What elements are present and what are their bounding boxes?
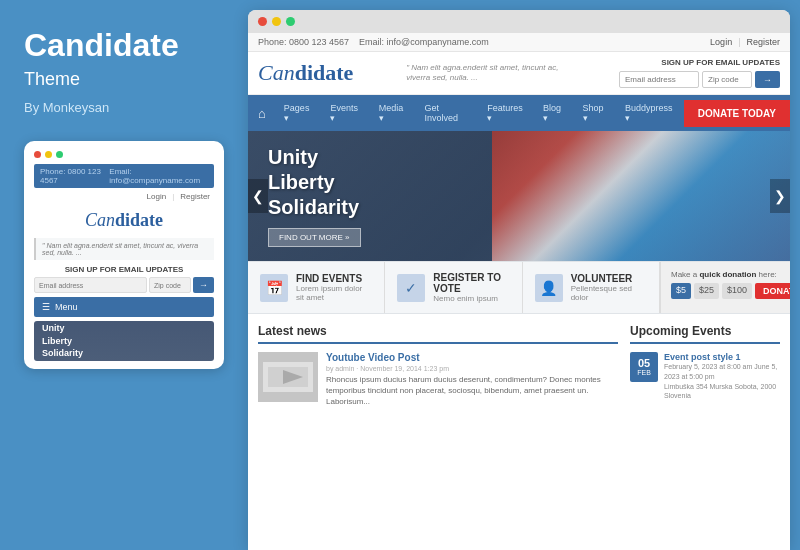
topbar-phone: Phone: 0800 123 4567 — [258, 37, 349, 47]
donate-today-button[interactable]: DONATE TODAY — [684, 100, 790, 127]
volunteer-icon: 👤 — [535, 274, 563, 302]
browser-toolbar — [248, 10, 790, 33]
site-logo: Candidate — [258, 60, 353, 86]
feature-register-vote[interactable]: ✓ REGISTER TO VOTE Nemo enim ipsum — [385, 262, 522, 313]
donate-widget: Make a quick donation here: $5 $25 $100 … — [660, 262, 790, 313]
nav-item-blog[interactable]: Blog ▾ — [535, 95, 575, 131]
event-item: 05 FEB Event post style 1 February 5, 20… — [630, 352, 780, 401]
event-details: February 5, 2023 at 8:00 am June 5, 2023… — [664, 362, 780, 401]
feature-register-vote-text: REGISTER TO VOTE Nemo enim ipsum — [433, 272, 509, 303]
header-signup-row: → — [619, 71, 780, 88]
mobile-hero-line1: Unity — [42, 322, 83, 335]
donate-label: Make a — [671, 270, 697, 279]
news-post-title[interactable]: Youtube Video Post — [326, 352, 618, 363]
topbar-login-link[interactable]: Login — [710, 37, 732, 47]
donate-25-button[interactable]: $25 — [694, 283, 719, 299]
latest-news-section: Latest news Youtube Video Post by admin … — [258, 324, 618, 540]
mobile-zip-input[interactable] — [149, 277, 191, 293]
event-name[interactable]: Event post style 1 — [664, 352, 780, 362]
hero-section: ❮ Unity Liberty Solidarity FIND OUT MORE… — [248, 131, 790, 261]
mobile-hero-text: Unity Liberty Solidarity — [42, 322, 83, 360]
vote-icon: ✓ — [397, 274, 425, 302]
upcoming-events-title: Upcoming Events — [630, 324, 780, 344]
nav-item-events[interactable]: Events ▾ — [322, 95, 370, 131]
feature-find-events-text: FIND EVENTS Lorem ipsum dolor sit amet — [296, 273, 372, 302]
donate-100-button[interactable]: $100 — [722, 283, 752, 299]
hero-prev-button[interactable]: ❮ — [248, 179, 268, 213]
mobile-dot-red — [34, 151, 41, 158]
event-month: FEB — [637, 369, 651, 376]
news-post-excerpt: Rhoncus ipsum ducius harum ducius deseru… — [326, 374, 618, 408]
header-signup-label: SIGN UP FOR EMAIL UPDATES — [661, 58, 780, 67]
browser-window: Phone: 0800 123 4567 Email: info@company… — [248, 10, 790, 550]
mobile-email-row: → — [34, 277, 214, 293]
nav-item-features[interactable]: Features ▾ — [479, 95, 535, 131]
hero-title: Unity Liberty Solidarity — [268, 145, 361, 220]
browser-dot-red — [258, 17, 267, 26]
hero-line1: Unity — [268, 145, 361, 170]
event-info: Event post style 1 February 5, 2023 at 8… — [664, 352, 780, 401]
hero-next-button[interactable]: ❯ — [770, 179, 790, 213]
nav-item-shop[interactable]: Shop ▾ — [575, 95, 617, 131]
mobile-mockup: Phone: 0800 123 4567 Email: info@company… — [24, 141, 224, 369]
mobile-quote: " Nam elit agna.enderit sit amet, tincun… — [34, 238, 214, 260]
mobile-email: Email: info@companyname.com — [109, 167, 208, 185]
browser-dot-yellow — [272, 17, 281, 26]
mobile-hero-line3: Solidarity — [42, 347, 83, 360]
nav-item-get-involved[interactable]: Get Involved — [416, 95, 479, 131]
donate-action-button[interactable]: DONATE — [755, 283, 790, 299]
mobile-window-controls — [34, 151, 214, 158]
feature-register-vote-desc: Nemo enim ipsum — [433, 294, 509, 303]
mobile-menu-bar[interactable]: ☰ Menu — [34, 297, 214, 317]
header-right: SIGN UP FOR EMAIL UPDATES → — [619, 58, 780, 88]
top-info-left: Phone: 0800 123 4567 Email: info@company… — [258, 37, 489, 47]
mobile-hero: Unity Liberty Solidarity — [34, 321, 214, 361]
header-zip-input[interactable] — [702, 71, 752, 88]
mobile-top-bar: Phone: 0800 123 4567 Email: info@company… — [34, 164, 214, 188]
mobile-register-link[interactable]: Register — [180, 192, 210, 201]
header-tagline: " Nam elit agna.enderit sit amet, tincun… — [406, 63, 566, 84]
browser-dot-green — [286, 17, 295, 26]
donate-5-button[interactable]: $5 — [671, 283, 691, 299]
nav-item-pages[interactable]: Pages ▾ — [276, 95, 323, 131]
mobile-signup-title: SIGN UP FOR EMAIL UPDATES — [34, 265, 214, 274]
mobile-signup-button[interactable]: → — [193, 277, 214, 293]
hero-line3: Solidarity — [268, 195, 361, 220]
nav-item-buddypress[interactable]: Buddypress ▾ — [617, 95, 684, 131]
find-out-more-button[interactable]: FIND OUT MORE » — [268, 228, 361, 247]
news-thumbnail — [258, 352, 318, 402]
feature-find-events-desc: Lorem ipsum dolor sit amet — [296, 284, 372, 302]
mobile-email-input[interactable] — [34, 277, 147, 293]
news-thumb-image — [258, 352, 318, 402]
brand-subtitle: Theme — [24, 69, 224, 90]
features-row: 📅 FIND EVENTS Lorem ipsum dolor sit amet… — [248, 261, 790, 314]
mobile-logo-row: Candidate — [34, 204, 214, 235]
event-date-box: 05 FEB — [630, 352, 658, 382]
donate-amounts: $5 $25 $100 DONATE — [671, 283, 780, 299]
feature-volunteer-text: VOLUNTEER Pellentesque sed dolor — [571, 273, 647, 302]
mobile-login-link[interactable]: Login — [147, 192, 167, 201]
brand-author: By Monkeysan — [24, 100, 224, 115]
feature-volunteer[interactable]: 👤 VOLUNTEER Pellentesque sed dolor — [523, 262, 660, 313]
feature-find-events[interactable]: 📅 FIND EVENTS Lorem ipsum dolor sit amet — [248, 262, 385, 313]
feature-register-vote-title: REGISTER TO VOTE — [433, 272, 509, 294]
top-info-bar: Phone: 0800 123 4567 Email: info@company… — [248, 33, 790, 52]
left-panel: Candidate Theme By Monkeysan Phone: 0800… — [0, 0, 248, 550]
news-post-meta: by admin · November 19, 2014 1:23 pm — [326, 365, 618, 372]
mobile-logo: Candidate — [85, 210, 163, 231]
donate-quick-label: quick donation — [699, 270, 756, 279]
nav-item-media[interactable]: Media ▾ — [371, 95, 417, 131]
top-info-right: Login | Register — [710, 37, 780, 47]
header-email-input[interactable] — [619, 71, 699, 88]
nav-home-button[interactable]: ⌂ — [248, 99, 276, 128]
feature-find-events-title: FIND EVENTS — [296, 273, 372, 284]
hamburger-icon: ☰ — [42, 302, 50, 312]
latest-news-title: Latest news — [258, 324, 618, 344]
browser-content: Phone: 0800 123 4567 Email: info@company… — [248, 33, 790, 550]
brand-title: Candidate — [24, 28, 224, 63]
header-go-button[interactable]: → — [755, 71, 780, 88]
news-content: Youtube Video Post by admin · November 1… — [326, 352, 618, 408]
topbar-register-link[interactable]: Register — [746, 37, 780, 47]
topbar-email: Email: info@companyname.com — [359, 37, 489, 47]
mobile-dot-green — [56, 151, 63, 158]
